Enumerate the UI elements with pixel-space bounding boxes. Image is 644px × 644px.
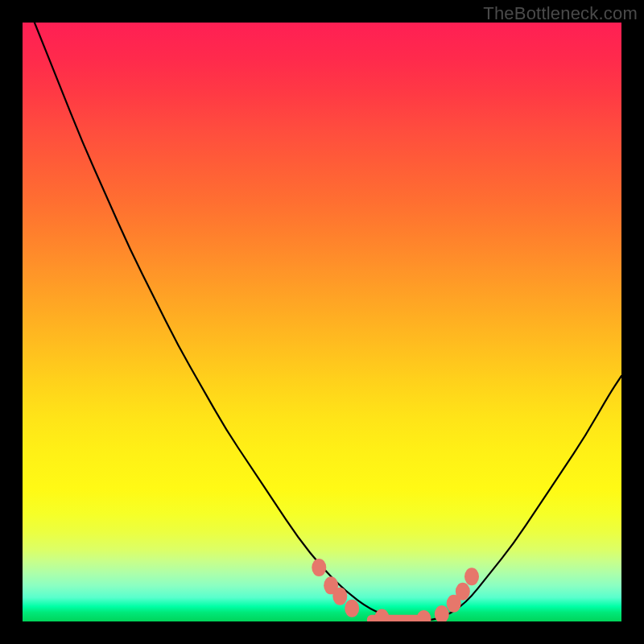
marker-point — [374, 609, 389, 621]
marker-point — [332, 588, 347, 605]
marker-point — [312, 559, 326, 576]
marker-point — [435, 605, 449, 621]
marker-point — [345, 600, 359, 617]
plot-area — [23, 23, 621, 621]
marker-point — [464, 568, 479, 585]
marker-point — [416, 610, 431, 621]
bottleneck-zone-markers — [23, 23, 621, 621]
chart-frame: TheBottleneck.com — [0, 0, 644, 644]
marker-point — [456, 583, 470, 601]
watermark-text: TheBottleneck.com — [483, 3, 638, 24]
